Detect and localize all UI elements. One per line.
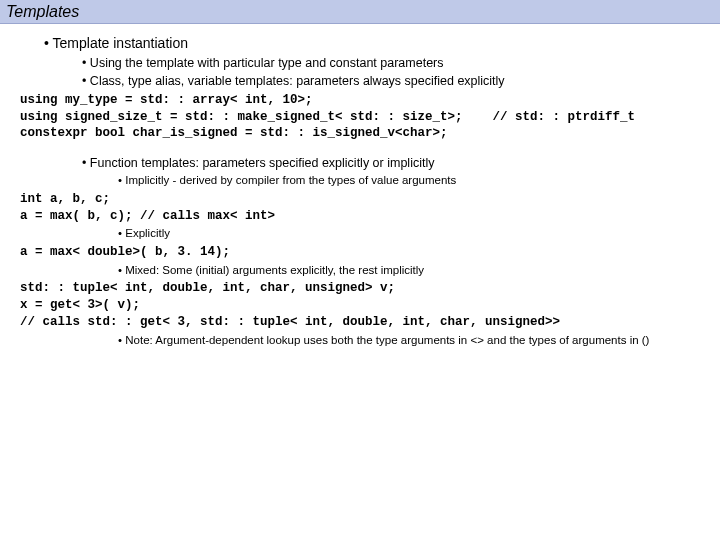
spacer [10, 144, 710, 154]
slide-title: Templates [6, 3, 79, 21]
code-block-class-templates: using my_type = std: : array< int, 10>; … [20, 92, 710, 143]
point-function-templates: Function templates: parameters specified… [82, 155, 710, 172]
point-implicitly: Implicitly - derived by compiler from th… [118, 173, 710, 189]
heading-instantiation: Template instantiation [44, 34, 710, 53]
point-using-template: Using the template with particular type … [82, 55, 710, 72]
point-mixed: Mixed: Some (initial) arguments explicit… [118, 263, 710, 279]
point-note-adl: Note: Argument-dependent lookup uses bot… [118, 333, 670, 349]
title-bar: Templates [0, 0, 720, 24]
code-block-implicit: int a, b, c; a = max( b, c); // calls ma… [20, 191, 710, 225]
code-block-explicit: a = max< double>( b, 3. 14); [20, 244, 710, 261]
slide: Templates Template instantiation Using t… [0, 0, 720, 540]
point-explicitly: Explicitly [118, 226, 710, 242]
slide-content: Template instantiation Using the templat… [0, 24, 720, 348]
point-class-alias-variable: Class, type alias, variable templates: p… [82, 73, 710, 90]
code-block-mixed: std: : tuple< int, double, int, char, un… [20, 280, 710, 331]
